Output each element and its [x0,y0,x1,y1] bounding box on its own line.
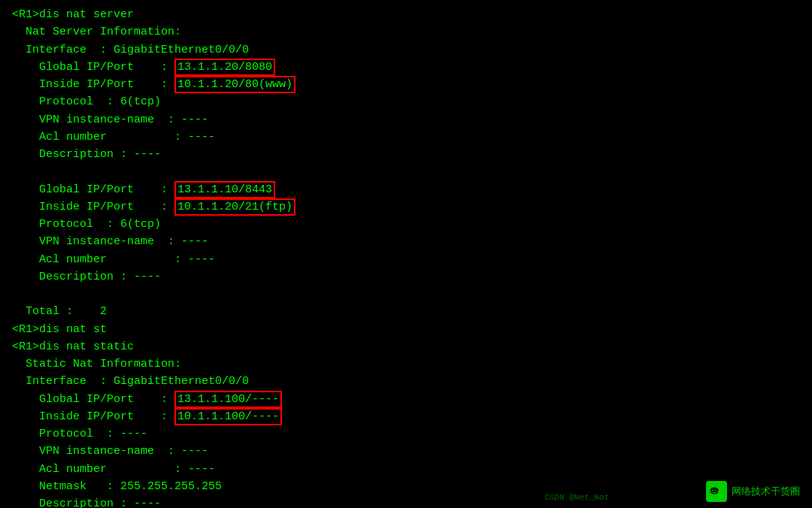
wechat-icon [706,481,727,502]
global2-highlight: 13.1.1.10/8443 [174,181,275,198]
inside3-highlight: 10.1.1.100/---- [174,408,282,425]
inside1-highlight: 10.1.1.20/80(www) [174,76,295,93]
inside2: Inside IP/Port : 10.1.1.20/21(ftp) [12,198,800,216]
vpn2: VPN instance-name : ---- [12,233,800,250]
watermark: 网络技术干货圈 [706,481,800,502]
netmask: Netmask : 255.255.255.255 [12,478,800,495]
terminal: <R1>dis nat server Nat Server Informatio… [0,0,812,508]
cmd3: <R1>dis nat static [12,338,800,355]
global2: Global IP/Port : 13.1.1.10/8443 [12,181,800,198]
vpn1: VPN instance-name : ---- [12,111,800,129]
desc2: Description : ---- [12,268,800,286]
nat-server-info: Nat Server Information: [12,23,800,41]
protocol2: Protocol : 6(tcp) [12,216,800,233]
desc3: Description : ---- [12,495,800,508]
static-info: Static Nat Information: [12,355,800,373]
global3-highlight: 13.1.1.100/---- [174,391,282,408]
total1: Total : 2 [12,303,800,320]
svg-point-2 [712,490,714,491]
watermark-text: 网络技术干货圈 [732,485,800,498]
protocol3: Protocol : ---- [12,425,800,443]
desc1: Description : ---- [12,146,800,163]
inside1: Inside IP/Port : 10.1.1.20/80(www) [12,76,800,93]
svg-point-3 [715,490,717,491]
cmd2: <R1>dis nat st [12,321,800,338]
cmd1: <R1>dis nat server [12,6,800,23]
acl3: Acl number : ---- [12,461,800,478]
blank1 [12,163,800,180]
inside3: Inside IP/Port : 10.1.1.100/---- [12,408,800,425]
acl2: Acl number : ---- [12,251,800,268]
global1-highlight: 13.1.1.20/8080 [174,59,275,76]
inside2-highlight: 10.1.1.20/21(ftp) [174,198,295,216]
protocol1: Protocol : 6(tcp) [12,93,800,110]
acl1: Acl number : ---- [12,129,800,146]
global3: Global IP/Port : 13.1.1.100/---- [12,391,800,408]
interface1: Interface : GigabitEthernet0/0/0 [12,41,800,59]
blank2 [12,286,800,303]
vpn3: VPN instance-name : ---- [12,443,800,460]
csdn-label: CSDN @Net_Not [544,493,609,502]
interface2: Interface : GigabitEthernet0/0/0 [12,373,800,390]
global1: Global IP/Port : 13.1.1.20/8080 [12,59,800,76]
